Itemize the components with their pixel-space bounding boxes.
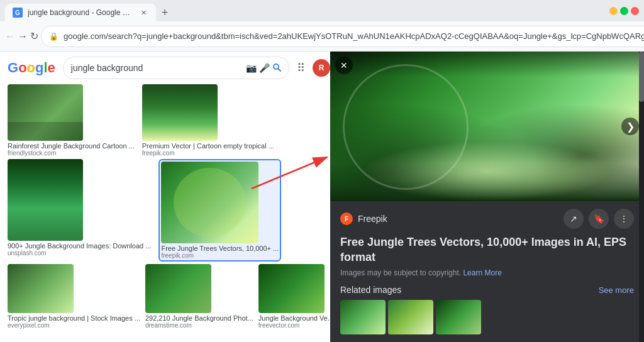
- tab-favicon: G: [13, 8, 23, 18]
- share-button[interactable]: ↗: [564, 209, 584, 229]
- window-controls: [609, 7, 639, 15]
- image-title: Tropic jungle background | Stock Images …: [8, 314, 140, 322]
- image-source: friendlystock.com: [8, 150, 135, 157]
- url-text: google.com/search?q=jungle+background&tb…: [64, 31, 644, 41]
- browser-frame: G jungle background - Google Sea... ✕ + …: [0, 0, 644, 342]
- search-icon[interactable]: [272, 63, 281, 74]
- refresh-icon: ↻: [30, 30, 38, 42]
- selected-image-thumbnail[interactable]: [161, 162, 258, 243]
- google-logo: G o o g l e: [8, 60, 55, 76]
- image-row-top: Rainforest Jungle Background Cartoon ...…: [8, 84, 330, 157]
- close-window-button[interactable]: [631, 7, 639, 15]
- related-thumb-3[interactable]: [436, 300, 481, 334]
- right-panel: ✕ ❯ F Freepik ↗ 🔖: [330, 52, 644, 342]
- mic-icon[interactable]: 🎤: [259, 63, 270, 73]
- minimize-button[interactable]: [609, 7, 618, 15]
- list-item[interactable]: Rainforest Jungle Background Cartoon ...…: [8, 84, 135, 157]
- image-thumbnail[interactable]: [8, 264, 74, 313]
- search-text: jungle background: [71, 63, 241, 73]
- tab-strip: G jungle background - Google Sea... ✕ +: [5, 0, 604, 21]
- selected-card[interactable]: Free Jungle Trees Vectors, 10,000+ ... f…: [158, 159, 281, 262]
- detail-title: Free Jungle Trees Vectors, 10,000+ Image…: [340, 235, 634, 265]
- close-detail-button[interactable]: ✕: [335, 57, 353, 74]
- forward-button[interactable]: →: [18, 26, 28, 47]
- lock-icon: 🔒: [49, 32, 58, 41]
- list-item[interactable]: 292,210 Jungle Background Phot... dreams…: [145, 264, 253, 329]
- image-source: freevector.com: [258, 322, 330, 329]
- forward-icon: →: [18, 31, 28, 42]
- source-name: Freepik: [358, 214, 387, 224]
- svg-line-3: [278, 69, 280, 71]
- tab-close-button[interactable]: ✕: [138, 8, 148, 18]
- learn-more-link[interactable]: Learn More: [463, 268, 501, 277]
- scrollbar-thumb[interactable]: [639, 52, 644, 102]
- camera-icon[interactable]: 📷: [246, 63, 257, 73]
- left-panel: G o o g l e jungle background 📷 🎤: [0, 52, 330, 342]
- list-item[interactable]: 900+ Jungle Background Images: Download …: [8, 159, 151, 256]
- back-button[interactable]: ←: [5, 26, 15, 47]
- related-thumbnails: [340, 300, 634, 334]
- back-icon: ←: [5, 31, 15, 42]
- related-title-row: Related images See more: [340, 285, 634, 295]
- more-icon: ⋮: [619, 214, 628, 224]
- detail-subtitle: Images may be subject to copyright. Lear…: [340, 268, 634, 277]
- image-source: freepik.com: [142, 150, 274, 157]
- image-title: 292,210 Jungle Background Phot...: [145, 314, 253, 322]
- action-buttons: ↗ 🔖 ⋮: [564, 209, 634, 229]
- bookmark-icon: 🔖: [594, 214, 604, 224]
- image-thumbnail[interactable]: [145, 264, 211, 313]
- next-image-button[interactable]: ❯: [621, 118, 639, 135]
- image-thumbnail[interactable]: [142, 84, 218, 141]
- list-item[interactable]: Jungle Background Ve... freevector.com: [258, 264, 330, 329]
- image-title: Rainforest Jungle Background Cartoon ...: [8, 142, 135, 150]
- image-thumbnail[interactable]: [8, 84, 83, 141]
- content-area: G o o g l e jungle background 📷 🎤: [0, 52, 644, 342]
- save-button[interactable]: 🔖: [589, 209, 609, 229]
- right-info-panel: F Freepik ↗ 🔖 ⋮ Free Jungle T: [330, 201, 644, 342]
- see-more-link[interactable]: See more: [599, 285, 634, 295]
- profile-avatar-small[interactable]: R: [313, 59, 330, 77]
- active-tab[interactable]: G jungle background - Google Sea... ✕: [5, 4, 156, 21]
- related-thumb-2[interactable]: [388, 300, 433, 334]
- image-title: 900+ Jungle Background Images: Download …: [8, 242, 151, 250]
- image-title: Premium Vector | Cartoon empty tropical …: [142, 142, 274, 150]
- selected-image-source: freepik.com: [161, 252, 279, 259]
- image-thumbnail[interactable]: [8, 159, 83, 241]
- image-title: Jungle Background Ve...: [258, 314, 330, 322]
- selected-image-title: Free Jungle Trees Vectors, 10,000+ ...: [161, 245, 279, 252]
- search-box[interactable]: jungle background 📷 🎤: [63, 57, 289, 79]
- large-image-container: ✕ ❯: [330, 52, 644, 201]
- image-source: dreamstime.com: [145, 322, 253, 329]
- title-bar: G jungle background - Google Sea... ✕ +: [0, 0, 644, 21]
- new-tab-button[interactable]: +: [156, 4, 174, 21]
- related-thumb-1[interactable]: [340, 300, 386, 334]
- url-bar[interactable]: 🔒 google.com/search?q=jungle+background&…: [41, 26, 644, 47]
- google-header: G o o g l e jungle background 📷 🎤: [8, 57, 330, 79]
- list-item[interactable]: Premium Vector | Cartoon empty tropical …: [142, 84, 274, 157]
- apps-grid-icon[interactable]: ⠿: [297, 61, 305, 75]
- image-row-middle: 900+ Jungle Background Images: Download …: [8, 159, 330, 262]
- image-row-bottom: Tropic jungle background | Stock Images …: [8, 264, 330, 329]
- image-source: everypixel.com: [8, 322, 140, 329]
- source-favicon: F: [340, 212, 353, 225]
- image-thumbnail[interactable]: [258, 264, 325, 313]
- related-images-title: Related images: [340, 285, 401, 295]
- image-source: unsplash.com: [8, 250, 151, 256]
- large-image: [330, 52, 644, 201]
- tab-title: jungle background - Google Sea...: [28, 8, 133, 17]
- refresh-button[interactable]: ↻: [30, 26, 38, 47]
- share-icon: ↗: [570, 214, 577, 224]
- list-item[interactable]: Tropic jungle background | Stock Images …: [8, 264, 140, 329]
- maximize-button[interactable]: [620, 7, 628, 15]
- close-icon: ✕: [340, 60, 348, 70]
- address-bar: ← → ↻ 🔒 google.com/search?q=jungle+backg…: [0, 21, 644, 52]
- more-button[interactable]: ⋮: [614, 209, 634, 229]
- scrollbar-track[interactable]: [639, 52, 644, 342]
- source-row: F Freepik ↗ 🔖 ⋮: [340, 209, 634, 229]
- next-icon: ❯: [626, 121, 635, 133]
